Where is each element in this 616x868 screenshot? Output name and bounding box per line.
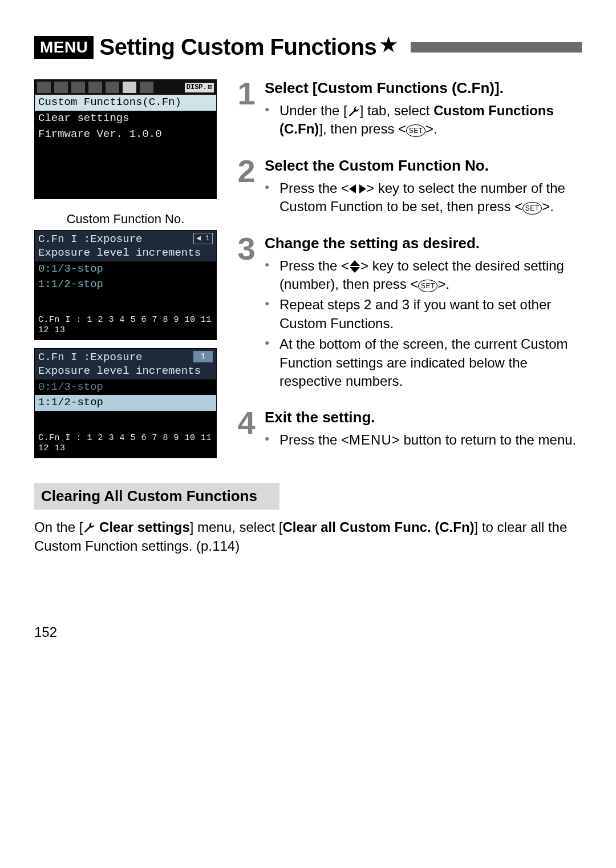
svg-marker-1 (359, 184, 366, 193)
page-title-row: MENU Setting Custom Functions★ (34, 34, 582, 60)
step-title: Select the Custom Function No. (265, 157, 582, 175)
wrench-icon (347, 106, 360, 118)
left-right-arrows-icon (349, 184, 366, 194)
step-title: Exit the setting. (265, 409, 582, 426)
lcd-footer: C.Fn I : 1 2 3 4 5 6 7 8 9 10 11 12 13 (35, 313, 216, 340)
set-icon: SET (418, 280, 437, 292)
title-text: Setting Custom Functions (99, 34, 376, 59)
lcd-head1: C.Fn I :Exposure (38, 233, 213, 247)
lcd-option: 0:1/3-stop (35, 380, 216, 395)
step-bullet: At the bottom of the screen, the current… (265, 335, 582, 390)
clearing-body: On the [ Clear settings] menu, select [C… (34, 518, 582, 556)
step-number: 3 (234, 235, 259, 393)
up-down-arrows-icon (349, 260, 360, 273)
lcd2-caption: Custom Function No. (34, 212, 217, 227)
step-title: Change the setting as desired. (265, 235, 582, 252)
step-number: 2 (234, 157, 259, 219)
lcd-option-selected: 1:1/2-stop (35, 395, 216, 411)
lcd-screenshot-menu: DISP.⊞ Custom Functions(C.Fn) Clear sett… (34, 79, 217, 199)
lcd-option: 1:1/2-stop (35, 277, 216, 293)
step-title: Select [Custom Functions (C.Fn)]. (265, 79, 582, 97)
step-bullet: Press the <MENU> button to return to the… (265, 431, 582, 449)
lcd-menu-item: Clear settings (35, 111, 216, 127)
set-icon: SET (406, 124, 425, 137)
svg-marker-2 (350, 260, 360, 266)
step-number: 1 (234, 79, 259, 141)
step-number: 4 (234, 409, 259, 451)
cfn-number-indicator-icon: ◀ 1 (193, 233, 213, 244)
step: 4Exit the setting.Press the <MENU> butto… (234, 409, 582, 451)
step: 3Change the setting as desired.Press the… (234, 235, 582, 393)
lcd-footer: C.Fn I : 1 2 3 4 5 6 7 8 9 10 11 12 13 (35, 431, 216, 458)
step-bullet: Press the <> key to select the desired s… (265, 257, 582, 294)
page-title: Setting Custom Functions★ (99, 34, 396, 60)
lcd-head1: C.Fn I :Exposure (38, 351, 213, 365)
step-bullet: Press the <> key to select the number of… (265, 179, 582, 216)
lcd-head2: Exposure level increments (38, 365, 213, 378)
svg-marker-0 (349, 184, 356, 193)
lcd-option: 0:1/3-stop (35, 261, 216, 277)
cfn-number-indicator-icon: 1 (193, 351, 213, 362)
set-icon: SET (522, 202, 542, 215)
lcd-screenshot-cfn-change: C.Fn I :Exposure 1 Exposure level increm… (34, 348, 217, 458)
lcd-screenshot-cfn-select: C.Fn I :Exposure ◀ 1 Exposure level incr… (34, 230, 217, 340)
wrench-icon (83, 522, 95, 534)
step: 1Select [Custom Functions (C.Fn)].Under … (234, 79, 582, 141)
title-bar (411, 42, 582, 53)
star-icon: ★ (380, 34, 397, 55)
step-bullet: Repeat steps 2 and 3 if you want to set … (265, 296, 582, 333)
lcd-head2: Exposure level increments (38, 247, 213, 260)
page-number: 152 (34, 624, 582, 640)
lcd-menu-item: Firmware Ver. 1.0.0 (35, 127, 216, 143)
step-bullet: Under the [] tab, select Custom Function… (265, 102, 582, 139)
lcd-tab-bar: DISP.⊞ (35, 80, 216, 95)
svg-marker-3 (350, 267, 360, 273)
menu-badge: MENU (34, 36, 94, 59)
disp-badge: DISP.⊞ (185, 83, 214, 92)
clearing-heading: Clearing All Custom Functions (34, 483, 279, 510)
lcd-menu-item: Custom Functions(C.Fn) (35, 95, 216, 111)
step: 2Select the Custom Function No.Press the… (234, 157, 582, 219)
